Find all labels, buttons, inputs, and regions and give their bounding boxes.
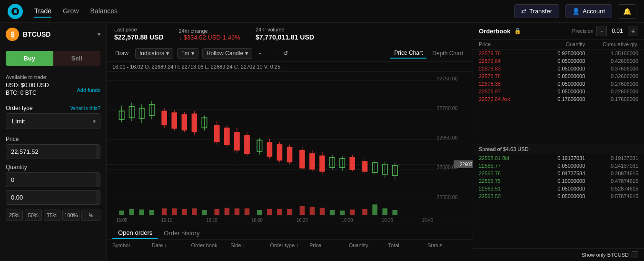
svg-rect-76 — [202, 210, 207, 215]
bell-icon: 🔔 — [623, 8, 631, 15]
indicators-dropdown[interactable]: Indicators ▾ — [135, 48, 173, 59]
bid-row-2[interactable]: 22565.77 0.05000000 0.24137031 — [473, 162, 644, 170]
qty-usd-unit: USD — [96, 191, 100, 204]
qty-usd-input[interactable] — [6, 191, 96, 204]
svg-rect-68 — [119, 211, 124, 215]
ask-row-5[interactable]: 22578.38 0.05000000 0.27606000 — [473, 80, 644, 88]
svg-text:16:10: 16:10 — [161, 217, 173, 223]
pct-50-button[interactable]: 50% — [25, 210, 42, 221]
pair-dropdown-arrow: ▾ — [98, 31, 100, 38]
zoom-out-button[interactable]: - — [256, 49, 264, 58]
candle-arrow-icon: ▾ — [245, 50, 248, 57]
svg-rect-27 — [182, 114, 187, 130]
bid-row-3[interactable]: 22565.76 0.04737584 0.28874615 — [473, 170, 644, 177]
draw-button[interactable]: Draw — [112, 49, 131, 58]
lock-icon[interactable]: 🔒 — [514, 28, 521, 34]
ask-price-best: 22572.64 Ask — [479, 96, 532, 102]
precision-plus-button[interactable]: + — [628, 26, 638, 36]
ask-cum-best: 0.17606000 — [585, 96, 638, 102]
orderbook-footer: Show only BTCUSD — [473, 248, 644, 261]
pair-name: BTCUSD — [23, 30, 50, 38]
bid-qty-5: 0.05000000 — [532, 186, 585, 191]
interval-dropdown[interactable]: 1m ▾ — [177, 48, 198, 59]
svg-rect-77 — [214, 209, 219, 215]
nav-balances[interactable]: Balances — [90, 5, 118, 18]
main-layout: ₿ BTCUSD ▾ Buy Sell Available to trade: … — [0, 23, 644, 261]
ask-row-1[interactable]: 22579.76 0.92500000 1.35106000 — [473, 50, 644, 57]
show-only-label: Show only BTCUSD — [582, 252, 629, 258]
bid-qty-3: 0.04737584 — [532, 171, 585, 176]
buy-button[interactable]: Buy — [6, 51, 53, 66]
svg-rect-92 — [372, 204, 377, 215]
orderbook-header: Orderbook 🔒 Precision - 0.01 + — [473, 23, 644, 40]
show-only-checkbox[interactable] — [632, 251, 638, 258]
transfer-label: Transfer — [529, 8, 552, 15]
transfer-button[interactable]: ⇄ Transfer — [514, 4, 559, 18]
zoom-in-button[interactable]: + — [268, 49, 277, 58]
indicators-arrow-icon: ▾ — [166, 50, 169, 57]
what-is-this-link[interactable]: What is this? — [70, 105, 100, 111]
svg-text:16:05: 16:05 — [116, 217, 128, 223]
orderbook-title: Orderbook — [479, 28, 510, 35]
svg-rect-75 — [192, 208, 197, 215]
add-funds-link[interactable]: Add funds — [77, 87, 100, 93]
bid-row-5[interactable]: 22563.51 0.05000000 0.52874615 — [473, 185, 644, 192]
svg-rect-83 — [277, 209, 282, 215]
ask-row-3[interactable]: 22578.83 0.05000000 0.37606000 — [473, 65, 644, 72]
pair-selector[interactable]: ₿ BTCUSD ▾ — [0, 23, 106, 46]
ask-rows: 22579.76 0.92500000 1.35106000 22579.64 … — [473, 50, 644, 144]
account-button[interactable]: 👤 Account — [565, 4, 612, 18]
depth-chart-tab[interactable]: Depth Chart — [428, 48, 467, 59]
order-type-select[interactable]: Limit Market Stop — [6, 113, 100, 129]
refresh-button[interactable]: ↺ — [280, 49, 291, 58]
chart-toolbar: Draw Indicators ▾ 1m ▾ Hollow Candle ▾ -… — [107, 45, 473, 62]
bid-cum-6: 0.57874615 — [585, 193, 638, 199]
bid-cum-2: 0.24137031 — [585, 163, 638, 169]
last-price-value: $22,570.88 USD — [114, 33, 164, 41]
open-orders-tab[interactable]: Open orders — [112, 227, 158, 239]
candle-type-dropdown[interactable]: Hollow Candle ▾ — [202, 48, 252, 59]
bid-cum-best: 0.19137031 — [585, 155, 638, 161]
price-input[interactable] — [6, 145, 96, 159]
svg-rect-33 — [214, 125, 219, 142]
ask-qty-3: 0.05000000 — [532, 66, 585, 71]
nav-grow[interactable]: Grow — [63, 5, 79, 18]
ask-row-6[interactable]: 22576.97 0.05000000 0.22606000 — [473, 88, 644, 95]
precision-control: Precision - 0.01 + — [572, 26, 638, 36]
pct-25-button[interactable]: 25% — [6, 210, 23, 221]
ask-price-6: 22576.97 — [479, 89, 532, 94]
bid-qty-2: 0.05000000 — [532, 163, 585, 169]
order-history-tab[interactable]: Order history — [158, 227, 205, 239]
precision-minus-button[interactable]: - — [596, 26, 607, 36]
qty-btc-input[interactable] — [6, 173, 96, 187]
bid-row-4[interactable]: 22565.75 0.19000000 0.47874615 — [473, 177, 644, 185]
svg-rect-53 — [320, 156, 325, 171]
bid-row-best[interactable]: 22568.01 Bid 0.19137031 0.19137031 — [473, 154, 644, 162]
notification-button[interactable]: 🔔 — [618, 4, 636, 19]
orders-tabs: Open orders Order history — [107, 223, 473, 240]
chart-canvas[interactable]: 22750.00 22700.00 22650.00 22600.00 2255… — [107, 72, 473, 223]
nav-trade[interactable]: Trade — [34, 5, 51, 18]
pct-custom-button[interactable]: % — [81, 210, 100, 221]
ask-cum-4: 0.32606000 — [585, 73, 638, 79]
price-unit: USD — [96, 145, 100, 159]
bid-row-6[interactable]: 22563.50 0.05000000 0.57874615 — [473, 192, 644, 200]
pct-100-button[interactable]: 100% — [62, 210, 79, 221]
svg-rect-74 — [182, 209, 187, 215]
chart-area: Last price $22,570.88 USD 24hr change ↓ … — [107, 23, 473, 261]
sell-button[interactable]: Sell — [53, 51, 101, 66]
svg-rect-93 — [382, 208, 387, 215]
ask-row-best[interactable]: 22572.64 Ask 0.17606000 0.17606000 — [473, 95, 644, 103]
pct-75-button[interactable]: 75% — [44, 210, 61, 221]
ask-row-4[interactable]: 22578.78 0.05000000 0.32606000 — [473, 72, 644, 80]
col-side: Side ↕ — [230, 242, 270, 248]
ask-qty-1: 0.92500000 — [532, 50, 585, 56]
svg-text:16:35: 16:35 — [382, 217, 393, 223]
bid-price-3: 22565.76 — [479, 171, 532, 176]
transfer-icon: ⇄ — [521, 8, 526, 15]
ob-col-price: Price — [479, 41, 532, 47]
price-chart-tab[interactable]: Price Chart — [390, 48, 426, 59]
ask-row-2[interactable]: 22579.64 0.05000000 0.42606000 — [473, 57, 644, 65]
col-quantity: Quantity — [349, 242, 388, 248]
svg-rect-70 — [139, 210, 144, 215]
